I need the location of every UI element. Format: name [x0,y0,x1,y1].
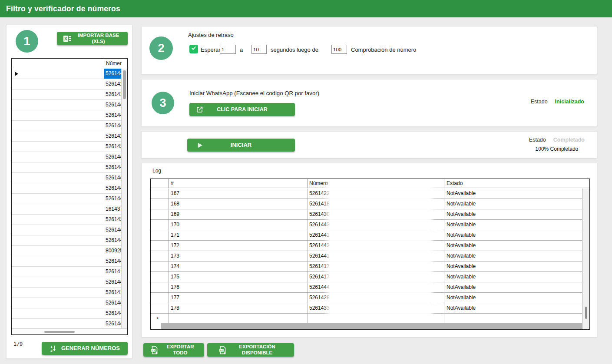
numbers-grid-row[interactable]: 526144 [12,152,121,162]
numero-cell[interactable]: 526144 [104,121,121,131]
scrollbar-thumb[interactable] [44,331,75,333]
status-label: Estado [531,99,548,105]
log-estado-cell: NotAvailable [447,230,577,240]
log-table[interactable]: # Número Estado 167 5261422 NotAvailable… [150,179,590,330]
wait-max-input[interactable] [251,45,267,54]
numbers-grid-row[interactable]: 526144 [12,277,121,288]
log-index-cell: 176 [171,282,304,292]
numero-cell[interactable]: 526144 [104,277,121,287]
whatsapp-instruction: Iniciar WhatsApp (Escanee el codigo QR p… [189,90,319,96]
numero-cell[interactable]: 526141 [104,89,121,99]
numero-cell[interactable]: 526144 [104,308,121,318]
numbers-grid-row[interactable]: 526144 [12,235,121,246]
export-all-button[interactable]: XLS EXPORTAR TODO [143,343,204,357]
click-to-start-button[interactable]: CLIC PARA INICIAR [189,103,295,116]
log-index-cell: 173 [171,251,304,261]
numbers-grid-row[interactable]: 526144 [12,298,121,308]
log-horizontal-scrollbar[interactable] [161,323,582,329]
log-label: Log [152,168,161,174]
numbers-grid-row[interactable]: 526141 [12,89,121,100]
numbers-grid-row[interactable]: 526144 [12,100,121,110]
numero-cell[interactable]: 526144 [104,194,121,204]
generate-numbers-button-label: GENERAR NÚMEROS [61,345,120,352]
step2-panel: 2 Ajustes de retraso Esperar a segundos … [141,26,597,75]
play-icon [197,142,203,149]
numero-cell[interactable]: 526144 [104,173,121,183]
numero-cell[interactable]: 526144 [104,319,121,328]
numero-cell[interactable]: 526141 [104,288,121,298]
svg-text:XLS: XLS [151,349,155,351]
new-row-marker: * [156,314,159,323]
log-index-cell: 171 [171,230,304,240]
check-count-input[interactable] [331,45,347,54]
numero-cell[interactable]: 526144 [104,256,121,266]
numbers-grid-row[interactable]: 526144 [12,183,121,194]
numbers-grid-body: 526144 526141 526141 526144 526144 52614… [12,69,121,328]
scrollbar-thumb[interactable] [123,70,126,99]
numbers-grid-row[interactable]: 526141 [12,79,121,89]
numbers-grid-row[interactable]: 526142 [12,142,121,152]
numero-cell[interactable]: 526144 [104,162,121,172]
numero-cell[interactable]: 526144 [104,69,121,79]
numero-cell[interactable]: 526141 [104,79,121,89]
log-index-cell: 168 [171,199,304,209]
import-base-button[interactable]: X IMPORTAR BASE (XLS) [57,32,128,45]
numbers-grid-row[interactable]: 526144 [12,319,121,328]
numbers-grid-row[interactable]: 526141 [12,131,121,142]
numero-cell[interactable]: 526141 [104,267,121,277]
numbers-grid-header: Número [12,59,127,68]
numbers-grid-row[interactable]: 161437 [12,204,121,215]
delay-settings-title: Ajustes de retraso [188,32,234,38]
log-index-cell: 167 [171,189,304,199]
numero-cell[interactable]: 526144 [104,225,121,235]
start-run-button[interactable]: INICIAR [187,139,295,152]
wait-checkbox[interactable] [189,45,198,53]
log-vertical-scrollbar[interactable] [582,189,589,329]
numbers-grid-row[interactable]: 526144 [12,69,121,79]
numbers-grid-row[interactable]: 526141 [12,288,121,298]
svg-text:2: 2 [50,349,53,352]
numbers-grid-row[interactable]: 526144 [12,256,121,267]
export-available-button[interactable]: XLS EXPORTACIÓN DISPONIBLE [207,343,294,357]
status-label: Estado [529,137,546,143]
numero-cell[interactable]: 526141 [104,131,121,141]
numbers-grid-row[interactable]: 526144 [12,308,121,319]
numbers-grid[interactable]: Número 526144 526141 526141 526144 52614… [11,58,128,335]
numero-cell[interactable]: 526144 [104,298,121,308]
numero-cell[interactable]: 526144 [104,152,121,162]
numero-cell[interactable]: 800925 [104,246,121,256]
generate-numbers-button[interactable]: 12 GENERAR NÚMEROS [42,342,128,355]
numbers-grid-row[interactable]: 526142 [12,215,121,225]
log-index-cell: 169 [171,209,304,219]
numero-cell[interactable]: 526144 [104,110,121,120]
numbers-grid-row[interactable]: 526144 [12,110,121,121]
import-base-button-label: IMPORTAR BASE (XLS) [75,33,122,44]
wait-min-input[interactable] [220,45,236,54]
numero-cell[interactable]: 526144 [104,100,121,110]
numbers-grid-row[interactable]: 526144 [12,121,121,131]
svg-text:X: X [64,36,67,41]
numero-cell[interactable]: 526142 [104,215,121,225]
numero-cell[interactable]: 526144 [104,235,121,245]
numbers-grid-row[interactable]: 526144 [12,225,121,235]
log-col-estado: Estado [447,179,463,188]
current-row-arrow [15,72,18,76]
step3-badge: 3 [152,92,174,114]
numbers-grid-row[interactable]: 526144 [12,194,121,204]
numbers-grid-row[interactable]: 526141 [12,267,121,277]
numbers-grid-vertical-scrollbar[interactable] [121,69,127,328]
numero-cell[interactable]: 526144 [104,183,121,193]
numero-cell[interactable]: 161437 [104,204,121,214]
scrollbar-thumb[interactable] [585,307,587,319]
numbers-grid-row[interactable]: 800925 [12,246,121,256]
numero-cell[interactable]: 526142 [104,142,121,152]
log-index-cell [171,314,304,323]
numbers-grid-row[interactable]: 526144 [12,173,121,183]
numbers-count: 179 [13,341,23,347]
click-to-start-button-label: CLIC PARA INICIAR [217,106,268,113]
numbers-grid-horizontal-scrollbar[interactable] [12,328,127,334]
step1-panel: 1 X IMPORTAR BASE (XLS) Número 526144 52… [6,25,132,359]
title-bar: Filtro y verificador de números [0,0,612,17]
numbers-grid-row[interactable]: 526144 [12,162,121,173]
log-index-cell: 174 [171,261,304,271]
